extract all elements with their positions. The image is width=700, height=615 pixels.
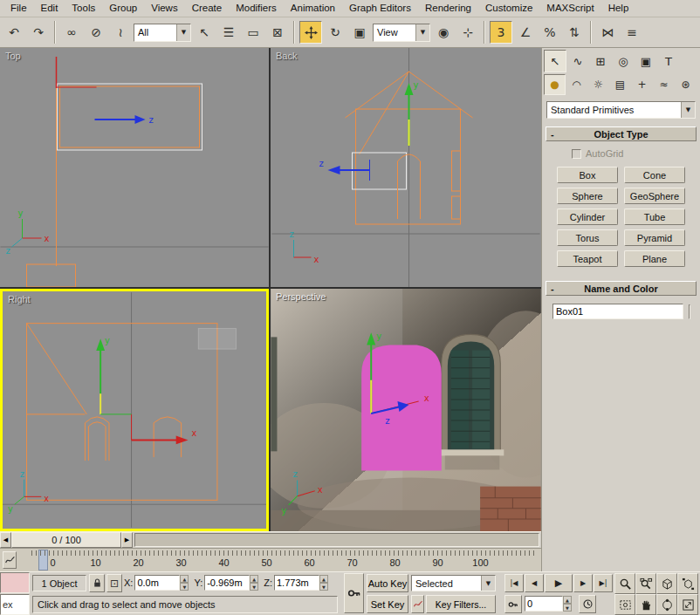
object-type-button[interactable]: Cone (624, 167, 685, 183)
select-object-icon[interactable]: ↖ (193, 21, 216, 44)
play-button[interactable]: ▶ (545, 574, 573, 592)
set-keys-button[interactable] (344, 573, 364, 613)
tab-systems[interactable]: ⊛ (675, 74, 697, 95)
object-type-button[interactable]: GeoSphere (624, 188, 685, 204)
spinner-snap-icon[interactable]: ⇅ (563, 21, 586, 44)
viewport-top[interactable]: Top z y x z (0, 48, 269, 287)
reference-coordinate-system-dropdown[interactable]: View▼ (373, 24, 430, 42)
menu-item[interactable]: Group (102, 0, 144, 17)
open-mini-curve-editor-button[interactable] (3, 551, 17, 569)
select-and-move-icon[interactable] (299, 21, 322, 44)
set-key-button[interactable]: Set Key (367, 595, 408, 613)
current-frame-field[interactable] (525, 596, 563, 612)
viewport-back[interactable]: Back y z (271, 48, 541, 287)
key-mode-toggle-icon[interactable] (504, 595, 522, 613)
coordinate-field[interactable] (274, 575, 319, 591)
window-crossing-icon[interactable]: ⊠ (266, 21, 289, 44)
unlink-selection-icon[interactable]: ⊘ (85, 21, 107, 44)
spinner-up-icon[interactable]: ▲ (180, 575, 189, 583)
absolute-mode-icon[interactable]: ⊡ (106, 574, 122, 592)
tab-hierarchy[interactable]: ⊞ (589, 50, 612, 72)
selection-lock-icon[interactable] (89, 574, 105, 592)
viewport-perspective[interactable]: Perspective (271, 289, 541, 531)
object-type-button[interactable]: Pyramid (624, 229, 685, 246)
coordinate-field[interactable] (204, 575, 250, 591)
tab-cameras[interactable]: ▤ (609, 74, 631, 95)
name-color-rollout-header[interactable]: - Name and Color (546, 281, 697, 296)
zoom-button[interactable] (614, 573, 635, 594)
menu-item[interactable]: Create (185, 0, 230, 17)
select-and-scale-icon[interactable]: ▣ (348, 21, 371, 44)
spinner-up-icon[interactable]: ▲ (319, 575, 328, 583)
tab-shapes[interactable]: ◠ (566, 74, 587, 95)
object-type-button[interactable]: Sphere (557, 188, 618, 204)
select-by-name-icon[interactable]: ☰ (217, 21, 240, 44)
menu-item[interactable]: Tools (65, 0, 102, 17)
align-icon[interactable]: ≡ (621, 21, 643, 44)
angle-snap-icon[interactable]: ∠ (514, 21, 537, 44)
bind-to-space-warp-icon[interactable]: ≀ (109, 21, 132, 44)
go-to-end-button[interactable]: ▶| (594, 574, 613, 592)
object-type-button[interactable]: Teapot (557, 250, 618, 267)
rectangular-selection-region-icon[interactable]: ▭ (242, 21, 264, 44)
previous-frame-button[interactable]: ◀ (525, 574, 544, 592)
region-zoom-button[interactable] (614, 594, 635, 615)
auto-key-button[interactable]: Auto Key (367, 574, 408, 592)
tab-geometry[interactable]: ● (544, 74, 566, 95)
use-pivot-point-center-icon[interactable]: ◉ (432, 21, 455, 44)
tab-utilities[interactable]: T (657, 50, 680, 72)
tab-display[interactable]: ▣ (635, 50, 657, 72)
autogrid-checkbox[interactable] (572, 149, 581, 159)
mirror-icon[interactable]: ⋈ (596, 21, 619, 44)
menu-item[interactable]: MAXScript (539, 0, 600, 17)
zoom-extents-button[interactable] (656, 573, 677, 594)
object-color-swatch[interactable] (689, 304, 690, 319)
macro-recorder-line[interactable] (0, 572, 30, 593)
menu-item[interactable]: File (3, 0, 34, 17)
tab-helpers[interactable]: + (631, 74, 653, 95)
select-and-manipulate-icon[interactable]: ⊹ (456, 21, 479, 44)
object-type-button[interactable]: Cylinder (557, 208, 618, 225)
viewport-label[interactable]: Back (276, 51, 297, 61)
spinner-down-icon[interactable]: ▼ (563, 604, 572, 612)
undo-icon[interactable]: ↶ (3, 21, 25, 44)
tab-lights[interactable]: ☼ (587, 74, 609, 95)
pan-button[interactable] (635, 594, 656, 615)
object-type-button[interactable]: Tube (624, 208, 685, 225)
min-max-toggle-button[interactable] (677, 594, 698, 615)
key-filters-button[interactable]: Key Filters... (426, 595, 496, 613)
spinner-down-icon[interactable]: ▼ (319, 583, 328, 591)
menu-item[interactable]: Help (601, 0, 636, 17)
menu-item[interactable]: Animation (284, 0, 342, 17)
menu-item[interactable]: Edit (34, 0, 65, 17)
maxscript-mini-listener[interactable]: ex (0, 594, 30, 615)
object-type-button[interactable]: Box (557, 167, 618, 183)
primitive-category-dropdown[interactable]: Standard Primitives ▼ (546, 101, 696, 119)
arc-rotate-button[interactable] (656, 594, 677, 615)
tab-space-warps[interactable]: ≈ (653, 74, 675, 95)
percent-snap-icon[interactable]: % (539, 21, 561, 44)
select-and-link-icon[interactable]: ∞ (60, 21, 83, 44)
object-type-button[interactable]: Torus (557, 229, 618, 246)
menu-item[interactable]: Graph Editors (342, 0, 418, 17)
next-frame-button[interactable]: ▶ (573, 574, 593, 592)
previous-frame-arrow[interactable]: ◀ (0, 532, 11, 548)
viewport-right-active[interactable]: Right y x (0, 289, 269, 531)
viewport-label[interactable]: Perspective (276, 291, 326, 302)
spinner-down-icon[interactable]: ▼ (250, 583, 258, 591)
next-frame-arrow[interactable]: ▶ (121, 532, 133, 548)
spinner-up-icon[interactable]: ▲ (250, 575, 258, 583)
go-to-start-button[interactable]: |◀ (504, 574, 524, 592)
spinner-up-icon[interactable]: ▲ (563, 596, 572, 604)
chevron-down-icon[interactable]: ▼ (176, 24, 190, 41)
time-slider-track[interactable] (134, 533, 539, 547)
menu-item[interactable]: Views (144, 0, 184, 17)
zoom-all-button[interactable] (635, 573, 656, 594)
chevron-down-icon[interactable]: ▼ (481, 576, 495, 591)
chevron-down-icon[interactable]: ▼ (681, 102, 695, 118)
tab-modify[interactable]: ∿ (566, 50, 589, 72)
menu-item[interactable]: Modifiers (229, 0, 284, 17)
default-tangent-icon[interactable] (411, 595, 424, 613)
select-and-rotate-icon[interactable]: ↻ (324, 21, 347, 44)
object-type-rollout-header[interactable]: - Object Type (546, 126, 697, 141)
